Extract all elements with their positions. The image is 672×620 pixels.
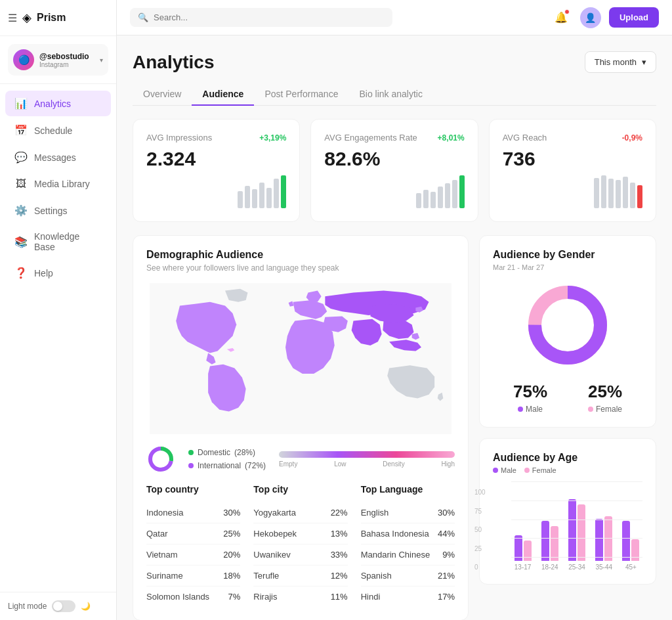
age-title: Audience by Age <box>493 452 642 464</box>
search-icon: 🔍 <box>138 12 148 22</box>
row-value: 21% <box>438 571 455 581</box>
stat-change: -0,9% <box>622 133 642 143</box>
density-empty: Empty <box>279 460 297 468</box>
account-platform: Instagram <box>39 61 94 68</box>
row-name: Rirajis <box>253 592 277 602</box>
avatar: 🔵 <box>13 49 34 70</box>
tab-post-performance[interactable]: Post Performance <box>254 83 348 106</box>
sidebar-item-media-library[interactable]: 🖼Media Library <box>5 171 111 196</box>
sidebar-header: ☰ ◈ Prism <box>0 0 116 36</box>
table-row: Bahasa Indonesia44% <box>361 523 455 544</box>
theme-toggle[interactable]: Light mode 🌙 <box>8 600 108 612</box>
account-section: 🔵 @sebostudio Instagram ▾ <box>0 36 116 84</box>
theme-switch[interactable] <box>52 600 75 612</box>
sidebar-item-label: Media Library <box>34 179 90 189</box>
moon-icon: 🌙 <box>81 602 91 611</box>
stat-card-impressions: AVG Impressions +3,19% 2.324 <box>133 119 300 222</box>
age-female-label: Female <box>532 466 556 474</box>
stat-card-header: AVG Engagements Rate +8,01% <box>324 133 464 143</box>
account-info: @sebostudio Instagram <box>39 52 94 68</box>
stat-bar <box>430 192 436 208</box>
help-icon: ❓ <box>14 267 28 279</box>
age-x-label: 45+ <box>620 564 642 571</box>
density-medium: Density <box>383 460 404 468</box>
top-city-title: Top city <box>253 484 347 495</box>
sidebar-item-help[interactable]: ❓Help <box>5 260 111 286</box>
table-row: Rirajis11% <box>253 587 347 607</box>
analytics-icon: 📊 <box>14 97 28 110</box>
account-switcher[interactable]: 🔵 @sebostudio Instagram ▾ <box>8 44 108 76</box>
stat-bar <box>238 191 243 208</box>
age-bar-group <box>593 516 616 561</box>
table-row: Indonesia30% <box>146 502 240 523</box>
row-value: 18% <box>223 571 240 581</box>
sidebar: ☰ ◈ Prism 🔵 @sebostudio Instagram ▾ 📊Ana… <box>0 0 117 620</box>
age-legend-female: Female <box>524 466 556 474</box>
sidebar-item-settings[interactable]: ⚙️Settings <box>5 198 111 223</box>
domestic-label: Domestic <box>198 448 230 457</box>
stat-card-reach: AVG Reach -0,9% 736 <box>489 119 656 222</box>
row-value: 12% <box>331 571 348 581</box>
row-value: 30% <box>223 508 240 518</box>
stat-bar <box>459 175 465 208</box>
menu-icon[interactable]: ☰ <box>8 12 17 24</box>
age-bar-group <box>538 521 561 561</box>
stat-bar <box>452 180 457 208</box>
demographic-title: Demographic Audience <box>146 249 455 261</box>
table-row: Uwanikev33% <box>253 544 347 565</box>
theme-label: Light mode <box>8 602 47 611</box>
toggle-knob <box>53 602 62 611</box>
row-name: Mandarin Chinese <box>361 550 430 560</box>
row-value: 33% <box>331 550 348 560</box>
stat-bar <box>601 175 606 208</box>
stat-bar <box>266 188 272 208</box>
user-avatar[interactable]: 👤 <box>580 7 601 28</box>
notification-dot <box>564 9 570 14</box>
row-value: 11% <box>331 592 348 602</box>
table-row: Suriname18% <box>146 565 240 587</box>
sidebar-item-analytics[interactable]: 📊Analytics <box>5 91 111 116</box>
table-row: Vietnam20% <box>146 544 240 565</box>
row-name: Terufle <box>253 571 279 581</box>
tab-bio-link[interactable]: Bio link analytic <box>348 83 433 106</box>
age-card: Audience by Age Male Female <box>479 438 656 585</box>
age-x-label: 35-44 <box>593 564 616 571</box>
world-map <box>146 283 455 434</box>
analytics-tabs: OverviewAudiencePost PerformanceBio link… <box>133 83 656 106</box>
sidebar-item-knowledge-base[interactable]: 📚Knowledge Base <box>5 225 111 259</box>
gender-donut <box>522 279 614 371</box>
age-female-bar <box>578 504 585 561</box>
tab-audience[interactable]: Audience <box>192 83 254 106</box>
table-row: Mandarin Chinese9% <box>361 544 455 565</box>
age-male-label: Male <box>501 466 516 474</box>
row-value: 44% <box>438 529 455 539</box>
stat-bar <box>259 183 264 208</box>
age-x-label: 18-24 <box>538 564 561 571</box>
date-filter[interactable]: This month ▾ <box>585 51 656 73</box>
notification-button[interactable]: 🔔 <box>550 7 572 29</box>
international-dot <box>188 463 194 468</box>
row-value: 17% <box>438 592 455 602</box>
demographic-subtitle: See where your followers live and langua… <box>146 263 455 273</box>
tab-overview[interactable]: Overview <box>133 83 192 106</box>
stat-bar <box>416 193 421 208</box>
search-input[interactable] <box>154 12 385 22</box>
map-legend: Domestic (28%) International (72%) Empty <box>146 445 455 474</box>
stat-card-header: AVG Reach -0,9% <box>503 133 642 143</box>
age-male-bar <box>514 535 522 561</box>
age-bar-group <box>565 499 588 561</box>
logo-text: Prism <box>37 12 66 24</box>
messages-icon: 💬 <box>14 151 28 164</box>
male-label: Male <box>513 405 547 414</box>
sidebar-item-label: Knowledge Base <box>34 231 102 252</box>
upload-button[interactable]: Upload <box>609 7 659 28</box>
density-labels: Empty Low Density High <box>279 460 455 468</box>
sidebar-item-schedule[interactable]: 📅Schedule <box>5 118 111 143</box>
stat-bars <box>324 175 464 208</box>
age-chart-wrapper: 1007550250 <box>493 482 642 571</box>
row-value: 9% <box>442 550 455 560</box>
sidebar-item-messages[interactable]: 💬Messages <box>5 144 111 170</box>
row-name: Indonesia <box>146 508 183 518</box>
stat-value: 2.324 <box>146 148 286 170</box>
age-legend-male: Male <box>493 466 516 474</box>
